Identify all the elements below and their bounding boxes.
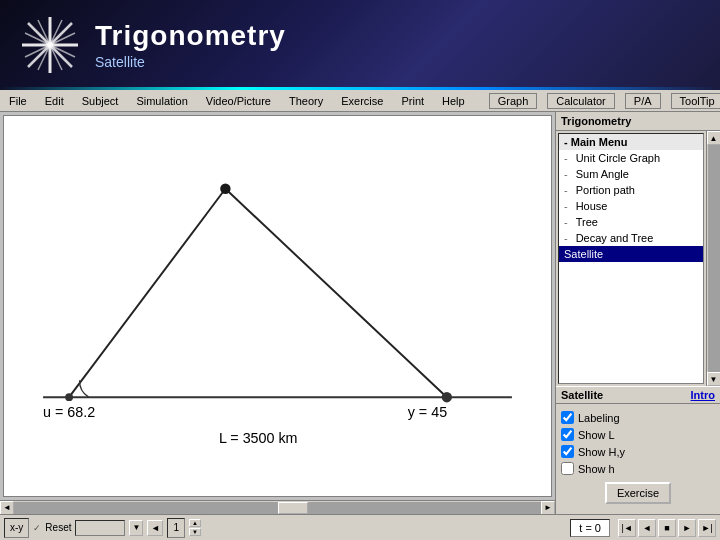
menu-simulation[interactable]: Simulation bbox=[132, 93, 191, 109]
menu-exercise[interactable]: Exercise bbox=[337, 93, 387, 109]
toolbar-calculator[interactable]: Calculator bbox=[547, 93, 615, 109]
media-next[interactable]: ►| bbox=[698, 519, 716, 537]
scroll-thumb[interactable] bbox=[278, 502, 308, 514]
media-prev[interactable]: ◄ bbox=[638, 519, 656, 537]
horizontal-scrollbar[interactable]: ◄ ► bbox=[0, 500, 555, 514]
scroll-right-arrow[interactable]: ► bbox=[541, 501, 555, 515]
media-controls: |◄ ◄ ■ ► ►| bbox=[618, 519, 716, 537]
time-display: t = 0 bbox=[570, 519, 610, 537]
list-item-unitcircle[interactable]: - Unit Circle Graph bbox=[559, 150, 703, 166]
counter-spinners[interactable]: ▲ ▼ bbox=[189, 519, 201, 536]
section-title-bar: Satellite Intro bbox=[556, 386, 720, 404]
section-title: Satellite bbox=[561, 389, 603, 401]
section-intro[interactable]: Intro bbox=[691, 389, 715, 401]
checkbox-showh[interactable]: Show h bbox=[561, 460, 715, 477]
toolbar-tooltip[interactable]: ToolTip bbox=[671, 93, 720, 109]
statusbar: x-y ✓ Reset ▼ ◄ 1 ▲ ▼ t = 0 |◄ ◄ ■ ► ►| bbox=[0, 514, 720, 540]
counter-section: 1 bbox=[167, 518, 185, 538]
checkbox-showL-input[interactable] bbox=[561, 428, 574, 441]
panel-scroll-up[interactable]: ▲ bbox=[707, 131, 721, 145]
menu-theory[interactable]: Theory bbox=[285, 93, 327, 109]
list-item-portionpath[interactable]: - Portion path bbox=[559, 182, 703, 198]
time-label: t = 0 bbox=[579, 522, 601, 534]
exercise-button[interactable]: Exercise bbox=[605, 482, 671, 504]
scroll-left-arrow[interactable]: ◄ bbox=[0, 501, 14, 515]
right-panel: Trigonometry - Main Menu - Unit Circle G… bbox=[555, 112, 720, 514]
xy-label: x-y bbox=[10, 522, 23, 533]
menu-file[interactable]: File bbox=[5, 93, 31, 109]
work-area: u = 68.2 y = 45 L = 3500 km ◄ ► Trigonom… bbox=[0, 112, 720, 514]
menu-help[interactable]: Help bbox=[438, 93, 469, 109]
spin-up[interactable]: ▲ bbox=[189, 519, 201, 527]
spin-down[interactable]: ▼ bbox=[189, 528, 201, 536]
menu-edit[interactable]: Edit bbox=[41, 93, 68, 109]
media-play[interactable]: ► bbox=[678, 519, 696, 537]
panel-scrollbar: ▲ ▼ bbox=[706, 131, 720, 386]
canvas-area: u = 68.2 y = 45 L = 3500 km bbox=[3, 115, 552, 497]
list-item-sumangle[interactable]: - Sum Angle bbox=[559, 166, 703, 182]
play-left-btn[interactable]: ◄ bbox=[147, 520, 163, 536]
panel-controls: Labeling Show L Show H,y Show h Exercise bbox=[556, 404, 720, 514]
checkbox-labeling[interactable]: Labeling bbox=[561, 409, 715, 426]
menu-subject[interactable]: Subject bbox=[78, 93, 123, 109]
panel-title: Trigonometry bbox=[556, 112, 720, 131]
media-stop[interactable]: ■ bbox=[658, 519, 676, 537]
svg-point-13 bbox=[65, 393, 73, 401]
panel-scroll-track bbox=[708, 145, 720, 372]
scroll-track[interactable] bbox=[14, 502, 541, 514]
counter-value: 1 bbox=[173, 522, 179, 533]
menubar: File Edit Subject Simulation Video/Pictu… bbox=[0, 90, 720, 112]
toolbar-graph[interactable]: Graph bbox=[489, 93, 538, 109]
svg-text:y = 45: y = 45 bbox=[408, 404, 447, 420]
menu-print[interactable]: Print bbox=[397, 93, 428, 109]
list-item-mainmenu[interactable]: - Main Menu bbox=[559, 134, 703, 150]
media-prev-prev[interactable]: |◄ bbox=[618, 519, 636, 537]
svg-point-12 bbox=[220, 184, 230, 194]
app-title: Trigonometry bbox=[95, 20, 286, 52]
slider-control[interactable] bbox=[75, 520, 125, 536]
star-logo bbox=[20, 15, 80, 75]
svg-text:u = 68.2: u = 68.2 bbox=[43, 404, 95, 420]
checkbox-showHy[interactable]: Show H,y bbox=[561, 443, 715, 460]
dropdown-btn[interactable]: ▼ bbox=[129, 520, 143, 536]
panel-list[interactable]: - Main Menu - Unit Circle Graph - Sum An… bbox=[558, 133, 704, 384]
toolbar-pa[interactable]: P/A bbox=[625, 93, 661, 109]
checkbox-showL[interactable]: Show L bbox=[561, 426, 715, 443]
list-item-decaytree[interactable]: - Decay and Tree bbox=[559, 230, 703, 246]
checkmark-icon: ✓ bbox=[33, 523, 41, 533]
checkbox-showh-input[interactable] bbox=[561, 462, 574, 475]
panel-scroll-down[interactable]: ▼ bbox=[707, 372, 721, 386]
list-item-satellite[interactable]: Satellite bbox=[559, 246, 703, 262]
checkbox-showHy-input[interactable] bbox=[561, 445, 574, 458]
svg-point-14 bbox=[442, 392, 452, 402]
app-subtitle: Satellite bbox=[95, 54, 286, 70]
list-item-tree[interactable]: - Tree bbox=[559, 214, 703, 230]
reset-label[interactable]: Reset bbox=[45, 522, 71, 533]
xy-section: x-y bbox=[4, 518, 29, 538]
checkbox-labeling-input[interactable] bbox=[561, 411, 574, 424]
svg-text:L = 3500 km: L = 3500 km bbox=[219, 430, 298, 446]
menu-videopicture[interactable]: Video/Picture bbox=[202, 93, 275, 109]
app-header: Trigonometry Satellite bbox=[0, 0, 720, 90]
dropdown-arrow[interactable]: ▼ bbox=[129, 520, 143, 536]
header-titles: Trigonometry Satellite bbox=[95, 20, 286, 70]
main-content: File Edit Subject Simulation Video/Pictu… bbox=[0, 90, 720, 540]
list-item-house[interactable]: - House bbox=[559, 198, 703, 214]
